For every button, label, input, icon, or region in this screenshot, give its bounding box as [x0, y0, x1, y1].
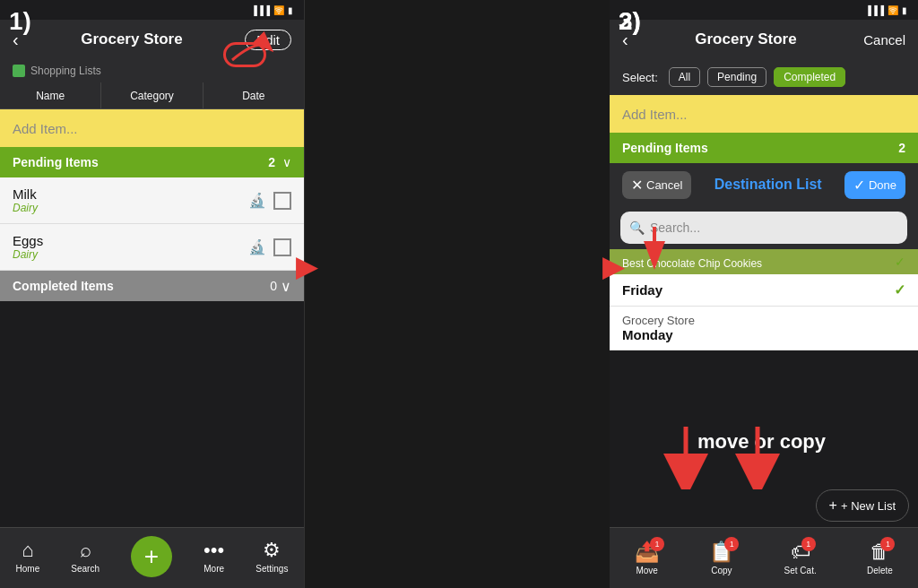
- app-title-3: Grocery Store: [695, 30, 796, 48]
- plus-icon-1: +: [144, 544, 159, 569]
- add-item-text-3: Add Item...: [622, 107, 688, 122]
- select-pending-3[interactable]: Pending: [707, 67, 766, 87]
- edit-arrow: [223, 29, 277, 65]
- col-date: Date: [204, 82, 304, 108]
- item-info-icon-milk: 🔬: [248, 192, 266, 209]
- copy-badge-3: 1: [724, 537, 739, 551]
- step-3-label: 3): [619, 7, 641, 36]
- list-name-monday: Monday: [622, 327, 673, 342]
- shopping-list-icon: [13, 65, 25, 77]
- signal-icon: ▐▐▐: [251, 5, 270, 15]
- arrow-2-to-3: ▶: [602, 251, 623, 282]
- item-checkbox-eggs[interactable]: [273, 238, 291, 256]
- checkmark-icon: ✓: [853, 177, 865, 194]
- pending-title-3: Pending Items: [622, 141, 708, 155]
- select-all-3[interactable]: All: [669, 67, 700, 87]
- completed-section-1: Completed Items 0 ∨: [0, 271, 304, 301]
- dest-dark-area: [610, 350, 918, 404]
- delete-badge-3: 1: [880, 537, 895, 551]
- more-label-1: More: [204, 564, 224, 574]
- checkmark-cookies: ✓: [895, 255, 905, 269]
- dest-done-text: Done: [869, 178, 896, 192]
- pending-count-3: 2: [898, 141, 905, 155]
- item-name-milk-1: Milk: [13, 186, 248, 202]
- copy-arrow: [735, 427, 780, 489]
- nav-more-1[interactable]: ••• More: [204, 539, 224, 574]
- add-item-bar-3[interactable]: Add Item...: [610, 95, 918, 133]
- dest-cancel-text: Cancel: [646, 178, 682, 192]
- settings-label-1: Settings: [255, 564, 288, 574]
- instruction-select: select list item: [619, 287, 905, 310]
- app-container: 1) ▐▐▐ 🛜 ▮ ‹ Grocery Store Edit: [0, 0, 918, 588]
- select-completed-3[interactable]: Completed: [774, 67, 845, 87]
- col-name: Name: [0, 82, 101, 108]
- pending-section-header-3: Pending Items 2: [610, 133, 918, 163]
- home-label-1: Home: [16, 564, 40, 574]
- status-icons-3: ▐▐▐ 🛜 ▮: [865, 5, 907, 15]
- completed-title-1: Completed Items: [13, 279, 114, 293]
- battery-icon: ▮: [288, 5, 293, 15]
- cancel-x-icon: ✕: [631, 177, 643, 194]
- item-category-milk-1: Dairy: [13, 202, 248, 214]
- add-button-1[interactable]: +: [131, 536, 172, 577]
- add-item-text-1: Add Item...: [13, 121, 78, 136]
- dest-title: Destination List: [714, 177, 822, 193]
- status-bar-1: ▐▐▐ 🛜 ▮: [0, 0, 304, 20]
- search-label-1: Search: [71, 564, 100, 574]
- setcat-action-3[interactable]: 🏷 1 Set Cat.: [784, 540, 817, 575]
- app-title-1: Grocery Store: [81, 30, 182, 48]
- settings-icon-1: ⚙: [263, 539, 281, 562]
- wifi-icon-3: 🛜: [888, 5, 898, 15]
- dest-done-button[interactable]: ✓ Done: [844, 171, 905, 199]
- list-sub-monday: Grocery Store: [622, 314, 905, 327]
- delete-label-3: Delete: [867, 566, 893, 575]
- setcat-badge-3: 1: [801, 537, 816, 551]
- panel-1: 1) ▐▐▐ 🛜 ▮ ‹ Grocery Store Edit: [0, 0, 305, 588]
- status-icons-1: ▐▐▐ 🛜 ▮: [251, 5, 293, 15]
- destination-header: ✕ Cancel Destination List ✓ Done: [610, 163, 918, 206]
- dest-cancel-button[interactable]: ✕ Cancel: [622, 171, 691, 199]
- item-checkbox-milk[interactable]: [273, 192, 291, 210]
- arrow-1-to-2: ▶: [296, 251, 316, 282]
- list-item-eggs-1: Eggs Dairy 🔬: [0, 224, 304, 271]
- move-label-3: Move: [636, 566, 657, 575]
- move-badge-3: 1: [650, 537, 664, 551]
- nav-settings-1[interactable]: ⚙ Settings: [255, 539, 288, 574]
- select-label-3: Select:: [622, 71, 658, 84]
- new-list-button[interactable]: + + New List: [816, 489, 909, 522]
- search-icon-1: ⌕: [80, 539, 91, 562]
- chevron-down-icon-completed-1: ∨: [281, 278, 291, 295]
- add-item-bar-1[interactable]: Add Item...: [0, 109, 304, 147]
- nav-search-1[interactable]: ⌕ Search: [71, 539, 100, 574]
- bottom-nav-1: ⌂ Home ⌕ Search + ••• More ⚙ Settings: [0, 527, 304, 588]
- battery-icon-3: ▮: [902, 5, 907, 15]
- col-category: Category: [101, 82, 203, 108]
- select-bar-3: Select: All Pending Completed: [610, 59, 918, 95]
- list-entry-monday[interactable]: Grocery Store Monday: [610, 307, 918, 350]
- destination-panel: ✕ Cancel Destination List ✓ Done 🔍 Searc…: [610, 163, 918, 404]
- item-name-eggs-1: Eggs: [13, 233, 248, 248]
- move-action-3[interactable]: 📤 1 Move: [635, 540, 659, 575]
- pending-title-1: Pending Items: [13, 155, 99, 169]
- breadcrumb-text-1: Shopping Lists: [30, 65, 101, 77]
- move-arrow: [663, 427, 708, 489]
- chevron-down-icon-1: ∨: [282, 155, 291, 169]
- wifi-icon: 🛜: [273, 5, 284, 15]
- signal-icon-3: ▐▐▐: [865, 5, 884, 15]
- more-icon-1: •••: [204, 539, 224, 562]
- copy-label-3: Copy: [711, 566, 732, 575]
- completed-count-1: 0: [270, 279, 277, 293]
- status-bar-3: ▐▐▐ 🛜 ▮: [610, 0, 918, 20]
- app-header-3: ‹ Grocery Store Cancel: [610, 20, 918, 59]
- delete-action-3[interactable]: 🗑 1 Delete: [867, 540, 893, 575]
- step-1-label: 1): [9, 7, 31, 36]
- nav-home-1[interactable]: ⌂ Home: [16, 539, 40, 574]
- select-arrow: [628, 222, 681, 276]
- new-list-plus-icon: +: [829, 497, 837, 514]
- item-info-icon-eggs: 🔬: [248, 238, 266, 255]
- copy-action-3[interactable]: 📋 1 Copy: [709, 540, 733, 575]
- pending-count-1: 2: [268, 155, 275, 169]
- list-item-milk-1: Milk Dairy 🔬: [0, 177, 304, 224]
- cancel-button-3[interactable]: Cancel: [863, 32, 905, 48]
- pending-section-header-1: Pending Items 2 ∨: [0, 147, 304, 177]
